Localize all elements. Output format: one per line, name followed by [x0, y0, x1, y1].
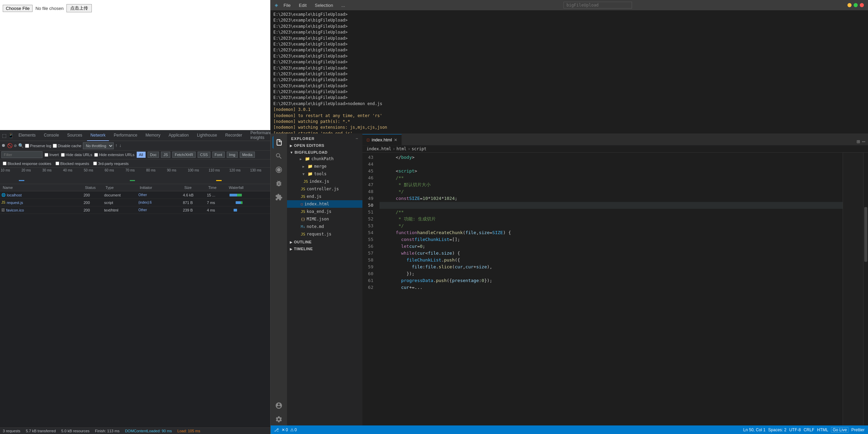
tree-note-md[interactable]: M↓ note.md: [287, 223, 362, 230]
waterfall-requestjs: [227, 201, 269, 205]
project-toggle[interactable]: ▼ BIGFILEUPLOAD: [287, 150, 362, 155]
minimize-icon[interactable]: [847, 3, 852, 7]
throttle-select[interactable]: No throttling: [83, 142, 114, 149]
encoding[interactable]: UTF-8: [789, 427, 801, 432]
disable-cache-input[interactable]: [53, 144, 57, 148]
clear-icon[interactable]: 🚫: [7, 143, 13, 149]
line-ending[interactable]: CRLF: [804, 427, 814, 432]
tree-koa-end-js[interactable]: JS koa_end.js: [287, 208, 362, 215]
code-content[interactable]: </body> <script> /** * 默认切片大小: [380, 153, 843, 425]
bc-html[interactable]: html: [396, 146, 406, 151]
indentation[interactable]: Spaces: 2: [768, 427, 786, 432]
editor-scrollbar[interactable]: [863, 153, 868, 425]
cursor-position[interactable]: Ln 50, Col 1: [743, 427, 766, 432]
inspect-icon[interactable]: ⬚: [2, 132, 7, 139]
code-line-48: */: [380, 188, 843, 195]
tab-index-html[interactable]: ◻ index.html ✕: [362, 134, 402, 145]
choose-file-button[interactable]: Choose File: [3, 5, 33, 12]
activity-debug-icon[interactable]: [273, 177, 285, 190]
activity-extensions-icon[interactable]: [273, 191, 285, 203]
export-icon[interactable]: ↓: [119, 143, 122, 148]
open-editors-toggle[interactable]: ▶ OPEN EDITORS: [287, 143, 362, 148]
split-editor-icon[interactable]: ⊞: [857, 138, 860, 145]
activity-search-icon[interactable]: [273, 150, 285, 162]
filter-input[interactable]: [1, 151, 42, 158]
outline-toggle[interactable]: ▶ OUTLINE: [287, 239, 362, 245]
table-row[interactable]: 🖼 favicon.ico 200 text/html Other 239 B …: [0, 206, 270, 214]
tab-lighthouse[interactable]: Lighthouse: [194, 130, 221, 141]
invert-checkbox[interactable]: Invert: [45, 153, 59, 157]
bc-index-html[interactable]: index.html: [367, 146, 391, 151]
tree-index-js[interactable]: JS index.js: [287, 178, 362, 185]
table-row[interactable]: JS request.js 200 script (index):6 871 B…: [0, 199, 270, 206]
tree-mime-json[interactable]: {} MIME.json: [287, 215, 362, 223]
tree-chunkpath[interactable]: ▶ 📁 chunkPath: [287, 155, 362, 163]
term-line-nodemon-starting: [nodemon] starting 'node end.js': [273, 131, 865, 133]
disable-cache-checkbox[interactable]: Disable cache: [53, 144, 82, 148]
device-icon[interactable]: 📱: [8, 132, 14, 139]
preserve-log-checkbox[interactable]: Preserve log: [25, 144, 51, 148]
filter-doc-btn[interactable]: Doc: [148, 152, 159, 158]
tree-merge[interactable]: ▶ 📁 merge: [287, 163, 362, 170]
menu-more[interactable]: ...: [338, 2, 348, 9]
line-57: 57: [362, 250, 377, 257]
filter-img-btn[interactable]: Img: [227, 152, 238, 158]
line-56: 56: [362, 243, 377, 250]
tab-console[interactable]: Console: [40, 130, 62, 141]
filter-css-btn[interactable]: CSS: [198, 152, 210, 158]
menu-edit[interactable]: Edit: [296, 2, 309, 9]
timeline-toggle[interactable]: ▶ TIMELINE: [287, 246, 362, 252]
tab-recorder[interactable]: Recorder: [222, 130, 246, 141]
filter-js-btn[interactable]: JS: [161, 152, 170, 158]
filter-icon[interactable]: ⊘: [14, 143, 17, 149]
activity-files-icon[interactable]: [273, 136, 285, 149]
activity-settings-icon[interactable]: [273, 413, 285, 425]
search-icon[interactable]: 🔍: [18, 143, 24, 149]
hide-data-urls-checkbox[interactable]: Hide data URLs: [61, 153, 92, 157]
upload-button[interactable]: 点击上传: [66, 4, 92, 12]
filter-fetchxhr-btn[interactable]: Fetch/XHR: [172, 152, 196, 158]
menu-selection[interactable]: Selection: [312, 2, 336, 9]
tab-elements[interactable]: Elements: [15, 130, 39, 141]
go-live-btn[interactable]: Go Live: [831, 427, 848, 433]
tab-network[interactable]: Network: [87, 130, 109, 141]
filter-font-btn[interactable]: Font: [212, 152, 225, 158]
more-editor-icon[interactable]: ⋯: [862, 138, 865, 145]
tree-request-js[interactable]: JS request.js: [287, 230, 362, 238]
record-icon[interactable]: ⏺: [1, 143, 6, 148]
errors-count[interactable]: ✕ 0 ⚠ 0: [282, 427, 297, 432]
filter-all-btn[interactable]: All: [137, 152, 146, 158]
scrollbar-thumb[interactable]: [864, 207, 867, 261]
activity-account-icon[interactable]: [273, 399, 285, 412]
file-icon: JS: [301, 232, 305, 237]
tab-performance[interactable]: Performance: [110, 130, 141, 141]
blocked-response-cookies-checkbox[interactable]: Blocked response cookies: [3, 162, 51, 166]
tree-end-js[interactable]: JS end.js: [287, 193, 362, 200]
close-icon[interactable]: [860, 3, 864, 7]
code-line-49: const SIZE = 10 * 1024 * 1024;: [380, 195, 843, 202]
prettier-btn[interactable]: Prettier: [851, 427, 865, 432]
tab-sources[interactable]: Sources: [64, 130, 86, 141]
hide-ext-urls-checkbox[interactable]: Hide extension URLs: [94, 153, 134, 157]
sidebar-more-icon[interactable]: ⋯: [356, 136, 358, 141]
tab-memory[interactable]: Memory: [142, 130, 164, 141]
menu-file[interactable]: File: [281, 2, 294, 9]
blocked-requests-checkbox[interactable]: Blocked requests: [55, 162, 89, 166]
preserve-log-input[interactable]: [25, 144, 29, 148]
tree-index-html[interactable]: ◻ index.html: [287, 200, 362, 208]
third-party-requests-checkbox[interactable]: 3rd-party requests: [93, 162, 128, 166]
tree-controller-js[interactable]: JS controller.js: [287, 185, 362, 193]
bc-script[interactable]: script: [412, 146, 426, 151]
maximize-icon[interactable]: [854, 3, 858, 7]
import-icon[interactable]: ↑: [115, 143, 118, 148]
waterfall-localhost: [227, 193, 269, 197]
activity-source-control-icon[interactable]: [273, 164, 285, 176]
table-row[interactable]: 🌐 localhost 200 document Other 4.6 kB 15…: [0, 191, 270, 199]
language-mode[interactable]: HTML: [817, 427, 828, 432]
tree-tools[interactable]: ▼ 📁 tools: [287, 170, 362, 178]
vscode-search-input[interactable]: [563, 2, 632, 9]
vscode-main: EXPLORER ⋯ ▶ OPEN EDITORS ▼ BIGFILEUPLOA…: [271, 133, 868, 425]
tab-application[interactable]: Application: [165, 130, 192, 141]
tab-close-icon[interactable]: ✕: [394, 138, 397, 142]
filter-media-btn[interactable]: Media: [240, 152, 255, 158]
